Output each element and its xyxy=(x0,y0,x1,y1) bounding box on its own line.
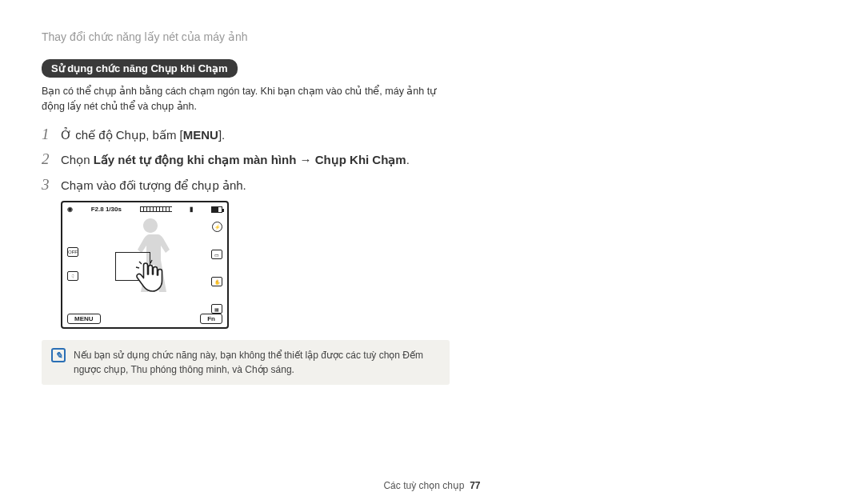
exposure-scale-icon xyxy=(140,206,172,212)
menu-soft-button: MENU xyxy=(67,314,101,324)
step-1: 1 Ở chế độ Chụp, bấm [MENU]. xyxy=(42,126,438,145)
menu-key-label: MENU xyxy=(183,128,218,142)
step-number: 2 xyxy=(42,150,61,168)
note-icon: ✎ xyxy=(51,348,66,362)
steps-list: 1 Ở chế độ Chụp, bấm [MENU]. 2 Chọn Lấy … xyxy=(42,126,438,195)
battery-icon xyxy=(211,206,222,213)
grid-icon: ▦ xyxy=(211,304,222,314)
card-icon: ▮ xyxy=(190,206,193,213)
stabilizer-icon: ✋ xyxy=(211,277,222,286)
page-footer: Các tuỳ chọn chụp 77 xyxy=(0,480,864,491)
step-2: 2 Chọn Lấy nét tự động khi chạm màn hình… xyxy=(42,150,438,170)
step-number: 3 xyxy=(42,176,61,194)
flash-icon: ⚡ xyxy=(212,222,222,232)
note-text: Nếu bạn sử dụng chức năng này, bạn không… xyxy=(74,348,440,377)
exposure-readout: F2.8 1/30s xyxy=(91,206,122,213)
note-box: ✎ Nếu bạn sử dụng chức năng này, bạn khô… xyxy=(42,340,450,385)
touch-mode-icon: ☟ xyxy=(67,271,78,281)
fn-soft-button: Fn xyxy=(200,314,222,324)
page-title: Thay đổi chức năng lấy nét của máy ảnh xyxy=(42,30,438,43)
menu-path-part2: Chụp Khi Chạm xyxy=(315,153,406,166)
size-icon: ▭ xyxy=(211,250,222,259)
touch-hand-icon xyxy=(131,258,166,294)
menu-path-part1: Lấy nét tự động khi chạm màn hình xyxy=(94,153,297,166)
step-number: 1 xyxy=(42,126,61,143)
intro-text: Bạn có thể chụp ảnh bằng cách chạm ngón … xyxy=(42,84,438,114)
off-icon: OFF xyxy=(67,247,78,257)
mode-icon: ◉ xyxy=(67,206,73,213)
camera-screen-illustration: ◉ F2.8 1/30s ▮ ⚡ ▭ ✋ xyxy=(61,201,229,329)
section-pill: Sử dụng chức năng Chụp khi Chạm xyxy=(42,59,238,78)
step-3: 3 Chạm vào đối tượng để chụp ảnh. xyxy=(42,176,438,195)
